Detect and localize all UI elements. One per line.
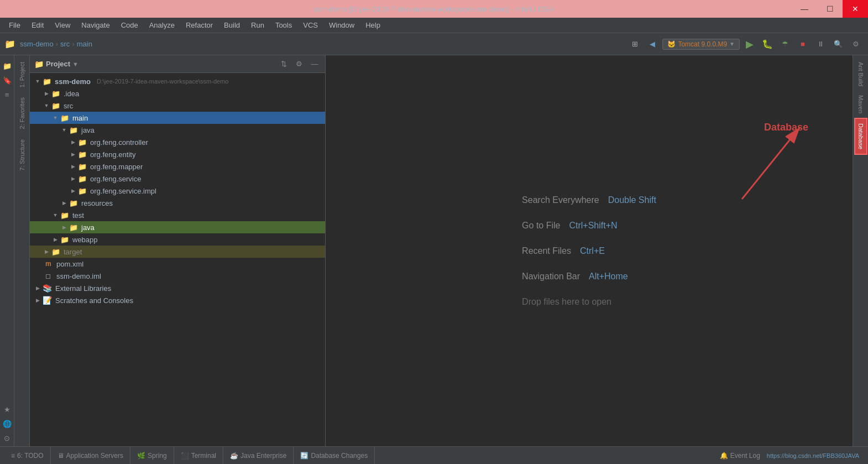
favorites-icon[interactable]: ★ [1,403,13,415]
tree-item-test[interactable]: ▼ 📁 test [30,209,325,221]
web-icon[interactable]: 🌐 [1,418,13,430]
layout-toggle-button[interactable]: ⊞ [627,37,642,52]
tree-label-target: target [64,248,82,256]
menu-bar: File Edit View Navigate Code Analyze Ref… [0,18,868,33]
tree-label-test: test [72,211,84,220]
sidebar-tab-favorites[interactable]: 2: Favorites [17,93,28,133]
tree-item-main[interactable]: ▼ 📁 main [30,112,325,124]
tree-item-pom[interactable]: m pom.xml [30,258,325,270]
db-changes-icon: 🔄 [300,452,308,460]
drop-files-row: Drop files here to open [522,297,611,307]
coverage-button[interactable]: ☂ [777,37,793,52]
menu-refactor[interactable]: Refactor [181,19,217,31]
status-url[interactable]: https://blog.csdn.net/FBB360JAVA [767,452,864,459]
menu-analyze[interactable]: Analyze [145,19,179,31]
app-servers-icon: 🖥 [57,452,64,460]
maximize-button[interactable]: ☐ [817,0,843,18]
tree-item-controller[interactable]: ▶ 📁 org.feng.controller [30,136,325,148]
tree-item-webapp[interactable]: ▶ 📁 webapp [30,233,325,246]
project-header: 📁 Project ▼ ⇅ ⚙ — [30,55,325,73]
structure-icon[interactable]: ≡ [1,88,13,101]
settings-button[interactable]: ⚙ [848,37,864,52]
tree-item-resources[interactable]: ▶ 📁 resources [30,197,325,209]
menu-file[interactable]: File [4,19,25,31]
tree-item-src[interactable]: ▼ 📁 src [30,100,325,112]
event-log-button[interactable]: 🔔 Event Log [713,452,767,460]
navbar-row: Navigation Bar Alt+Home [522,272,628,281]
search-everywhere-button[interactable]: 🔍 [830,37,846,52]
right-tab-maven[interactable]: Maven [855,91,866,118]
tree-item-java-test[interactable]: ▶ 📁 java [30,221,325,233]
far-left-panel: 📁 🔖 ≡ ★ 🌐 ⊙ [0,55,14,446]
tree-label-ssm-demo: ssm-demo [55,77,91,86]
menu-build[interactable]: Build [219,19,244,31]
status-tab-terminal[interactable]: ⬛ Terminal [174,447,223,465]
left-gutter: 1: Project 2: Favorites 7: Structure [14,55,30,446]
menu-edit[interactable]: Edit [27,19,48,31]
menu-code[interactable]: Code [117,19,143,31]
right-tab-ant[interactable]: Ant Build [855,58,866,91]
right-tab-database[interactable]: Database [854,118,867,155]
search-everywhere-label: Search Everywhere [522,195,599,205]
navbar-shortcut: Alt+Home [589,272,628,281]
sidebar-tab-structure[interactable]: 7: Structure [17,135,28,175]
status-tab-spring[interactable]: 🌿 Spring [130,447,174,465]
tree-label-mapper: org.feng.mapper [90,163,143,171]
tree-label-service: org.feng.service [90,175,142,183]
project-tree: ▼ 📁 ssm-demo D:\jee-2019-7-idea-maven-wo… [30,73,325,446]
welcome-content: Search Everywhere Double Shift Go to Fil… [522,195,656,307]
minimize-button[interactable]: — [792,0,817,18]
tree-item-ssm-demo[interactable]: ▼ 📁 ssm-demo D:\jee-2019-7-idea-maven-wo… [30,75,325,87]
stop-button[interactable]: ■ [795,37,811,52]
menu-window[interactable]: Window [325,19,359,31]
tree-item-target[interactable]: ▶ 📁 target [30,246,325,258]
status-tab-java-enterprise[interactable]: ☕ Java Enterprise [223,447,294,465]
drop-files-label: Drop files here to open [522,297,611,307]
tree-item-idea[interactable]: ▶ 📁 .idea [30,87,325,100]
right-gutter: Ant Build Maven Database [853,55,868,446]
window-controls: — ☐ ✕ [792,0,868,18]
debug-button[interactable]: 🐛 [760,37,775,52]
globe-icon[interactable]: ⊙ [1,432,13,444]
collapse-all-button[interactable]: ⇅ [278,58,290,70]
tree-item-ext-libs[interactable]: ▶ 📚 External Libraries [30,282,325,294]
bookmark-icon[interactable]: 🔖 [1,74,13,86]
run-button[interactable]: ▶ [742,37,757,52]
tree-item-service-impl[interactable]: ▶ 📁 org.feng.service.impl [30,185,325,197]
menu-run[interactable]: Run [247,19,269,31]
title-text: ssm-demo [D:\jee-2019-7-idea-maven-works… [313,5,555,13]
tree-item-mapper[interactable]: ▶ 📁 org.feng.mapper [30,160,325,173]
project-tab-icon[interactable]: 📁 [1,60,13,72]
db-changes-label: Database Changes [311,452,368,460]
hide-panel-button[interactable]: — [308,58,321,70]
menu-navigate[interactable]: Navigate [77,19,114,31]
menu-view[interactable]: View [50,19,75,31]
breadcrumb-src[interactable]: src [60,40,70,48]
sidebar-tab-project[interactable]: 1: Project [17,58,28,92]
status-bar: ≡ 6: TODO 🖥 Application Servers 🌿 Spring… [0,446,868,464]
tomcat-label: Tomcat 9.0.0.M9 [678,40,727,48]
pause-button[interactable]: ⏸ [813,37,828,52]
tree-item-iml[interactable]: ◻ ssm-demo.iml [30,270,325,282]
todo-label: 6: TODO [17,452,44,460]
status-tab-db-changes[interactable]: 🔄 Database Changes [294,447,375,465]
tomcat-selector[interactable]: 🐱 Tomcat 9.0.0.M9 ▼ [662,39,740,50]
close-button[interactable]: ✕ [843,0,868,18]
status-tab-app-servers[interactable]: 🖥 Application Servers [51,447,130,465]
breadcrumb-main[interactable]: main [77,40,92,48]
navbar-label: Navigation Bar [522,272,580,281]
menu-vcs[interactable]: VCS [299,19,322,31]
spring-icon: 🌿 [137,452,145,460]
menu-help[interactable]: Help [361,19,385,31]
status-tab-todo[interactable]: ≡ 6: TODO [4,447,51,465]
menu-tools[interactable]: Tools [271,19,296,31]
tree-item-entity[interactable]: ▶ 📁 org.feng.entity [30,148,325,160]
tree-item-scratches[interactable]: ▶ 📝 Scratches and Consoles [30,294,325,306]
settings-gear-button[interactable]: ⚙ [293,58,305,70]
tree-item-service[interactable]: ▶ 📁 org.feng.service [30,173,325,185]
tree-item-java-main[interactable]: ▼ 📁 java [30,124,325,136]
project-title: Project [46,60,70,68]
search-everywhere-row: Search Everywhere Double Shift [522,195,656,205]
back-button[interactable]: ◀ [645,37,660,52]
breadcrumb-project[interactable]: ssm-demo [20,40,54,48]
